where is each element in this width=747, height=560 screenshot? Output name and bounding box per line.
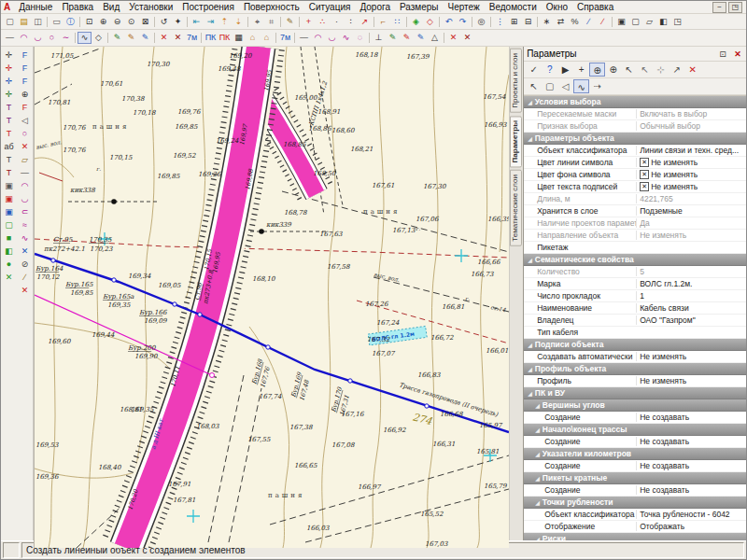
pk-icon[interactable]: ПК [204, 32, 218, 44]
property-group-header[interactable]: ◢Пикеты кратные [524, 472, 746, 484]
restore-button[interactable]: ◳ [728, 2, 742, 13]
property-value-cell[interactable]: Не создавать [636, 413, 746, 422]
length2-icon[interactable]: 7м [278, 32, 292, 44]
menu-item-чертеж[interactable]: Чертеж [444, 2, 485, 12]
group-collapse-icon[interactable]: ◢ [528, 342, 532, 348]
property-group-header[interactable]: ◢Начало\конец трассы [524, 424, 746, 436]
cross-blue-icon[interactable]: ✕ [18, 245, 32, 258]
divide2-icon[interactable]: ∕ [596, 16, 610, 28]
property-value-cell[interactable]: Да [636, 218, 746, 228]
group-collapse-icon[interactable]: ◢ [535, 475, 540, 482]
property-row[interactable]: Тип кабеля [524, 327, 746, 339]
snap-points-icon[interactable]: ∷ [390, 16, 404, 28]
panel-tab-тематические-слои[interactable]: Тематические слои [510, 170, 522, 246]
polygon-select-icon[interactable]: ◁ [557, 79, 573, 93]
property-group-header[interactable]: ◢Профиль объекта [524, 363, 746, 375]
property-value-cell[interactable]: Отображать [636, 522, 746, 531]
property-row[interactable]: Количество5 [524, 266, 746, 278]
property-row[interactable]: ПрофильНе изменять [524, 375, 746, 387]
property-value-cell[interactable]: ✕Не изменять [636, 158, 746, 167]
add-point-icon[interactable]: + [302, 16, 316, 28]
slash-circle-icon[interactable]: ⊘ [18, 258, 32, 271]
area2-icon[interactable]: ■ [2, 231, 16, 245]
page-icon[interactable]: ▢ [628, 16, 642, 28]
property-value-cell[interactable]: Линии связи и техн. сред... [636, 146, 746, 155]
curve-tool-icon[interactable]: ∼ [59, 32, 73, 44]
property-row[interactable]: НаименованиеКабель связи [524, 302, 746, 315]
menu-item-правка[interactable]: Правка [57, 2, 98, 12]
property-row[interactable]: Хранится в слоеПодземные [524, 205, 746, 217]
pointer-icon[interactable]: ↖ [526, 79, 542, 93]
menu-item-данные[interactable]: Данные [14, 2, 57, 12]
seg-arc2-icon[interactable]: ◡ [18, 192, 32, 205]
point-mode2-icon[interactable]: ∶ [344, 16, 358, 28]
property-group-header[interactable]: ◢Указатели километров [524, 448, 746, 460]
property-row[interactable]: МаркаВОЛС гл.1.2м. [524, 278, 746, 290]
property-value-cell[interactable]: ✕Не изменять [636, 182, 746, 191]
help-icon[interactable]: ? [542, 63, 557, 77]
open-folder-icon[interactable]: ▤ [17, 16, 31, 28]
seg-line-icon[interactable]: — [18, 166, 32, 179]
property-group-header[interactable]: ◢Параметры объекта [524, 133, 746, 145]
redo-icon[interactable]: ↷ [456, 16, 470, 28]
find-mask-icon[interactable]: ⌖ [250, 16, 264, 28]
find-binoculars-icon[interactable]: ◎ [474, 16, 488, 28]
property-group-header[interactable]: ◢Семантические свойства [524, 254, 746, 266]
property-value-cell[interactable]: Кабель связи [636, 303, 746, 313]
bridge2-icon[interactable]: ⌂ [260, 32, 274, 44]
add-points-icon[interactable]: ∴ [316, 16, 330, 28]
rect-select-icon[interactable]: ▢ [542, 79, 557, 93]
arc-tool-icon[interactable]: ◠ [17, 32, 31, 44]
line2-icon[interactable]: — [297, 32, 311, 44]
circle-tool-icon[interactable]: ○ [45, 32, 59, 44]
next-step-icon[interactable]: ▶ [557, 63, 573, 77]
situation-icon[interactable]: F [18, 49, 32, 62]
axis-swap-icon[interactable]: ⇄ [554, 16, 568, 28]
menu-item-поверхность[interactable]: Поверхность [239, 2, 304, 12]
arc3-icon[interactable]: ◠ [311, 32, 325, 44]
refresh-icon[interactable]: ↺ [157, 16, 171, 28]
slope-icon[interactable]: △ [428, 32, 442, 44]
vector-icon[interactable]: ↗ [358, 16, 372, 28]
property-value-cell[interactable]: ОАО "Газпром" [636, 315, 746, 325]
pan-left-icon[interactable]: ⇤ [190, 16, 204, 28]
arc2-tool-icon[interactable]: ◡ [31, 32, 45, 44]
find-point-icon[interactable]: ⌗ [264, 16, 278, 28]
new-doc-icon[interactable]: ▢ [3, 16, 17, 28]
zoom-extents-icon[interactable]: ⊠ [138, 16, 152, 28]
property-value-cell[interactable]: ВОЛС гл.1.2м. [636, 279, 746, 288]
property-row[interactable]: СозданиеНе создавать [524, 484, 746, 497]
property-value-cell[interactable]: Не создавать [636, 485, 746, 495]
minimize-button[interactable]: − [712, 2, 726, 13]
cable-node[interactable] [51, 259, 55, 262]
region2-icon[interactable]: ▣ [2, 192, 16, 205]
capture2-icon[interactable]: ⊟ [521, 16, 535, 28]
rotate-icon[interactable]: ⌐ [376, 16, 390, 28]
region-icon[interactable]: ▣ [2, 179, 16, 192]
property-value-cell[interactable]: 5 [636, 267, 746, 276]
linear-object-icon[interactable]: ∿ [78, 32, 92, 44]
create-point3-icon[interactable]: ✛ [2, 75, 16, 88]
edit-line-icon[interactable]: ✎ [110, 32, 124, 44]
delete-chain-icon[interactable]: ✕ [171, 32, 185, 44]
grid-icon[interactable]: ⋮ [493, 16, 507, 28]
length-icon[interactable]: 7м [185, 32, 199, 44]
group-collapse-icon[interactable]: ◢ [535, 402, 540, 409]
property-row[interactable]: Длина, м4221,765 [524, 193, 746, 205]
cursor-tool-icon[interactable]: ◁ [18, 114, 32, 127]
menu-item-окно[interactable]: Окно [542, 2, 572, 12]
property-value-cell[interactable]: Не изменять [636, 352, 746, 361]
group-collapse-icon[interactable]: ◢ [528, 390, 532, 397]
map-canvas[interactable]: ВОЛС гл 1.2м 171,05170,30170,61170,81170… [34, 47, 509, 548]
situation-delete-icon[interactable]: F [18, 101, 32, 114]
apply-icon[interactable]: ✓ [526, 63, 542, 77]
del-x2-icon[interactable]: ✕ [460, 32, 474, 44]
move-icon[interactable]: ∗ [540, 16, 554, 28]
info-icon[interactable]: ⓘ [63, 16, 78, 28]
panel-tab-параметры[interactable]: Параметры [510, 116, 522, 167]
cable-node[interactable] [173, 302, 176, 306]
cable-node[interactable] [198, 313, 202, 316]
copy-view-icon[interactable]: ◧ [656, 16, 670, 28]
edit3-icon[interactable]: ✎ [400, 32, 414, 44]
property-group-header[interactable]: ◢Условия выбора [524, 96, 746, 108]
